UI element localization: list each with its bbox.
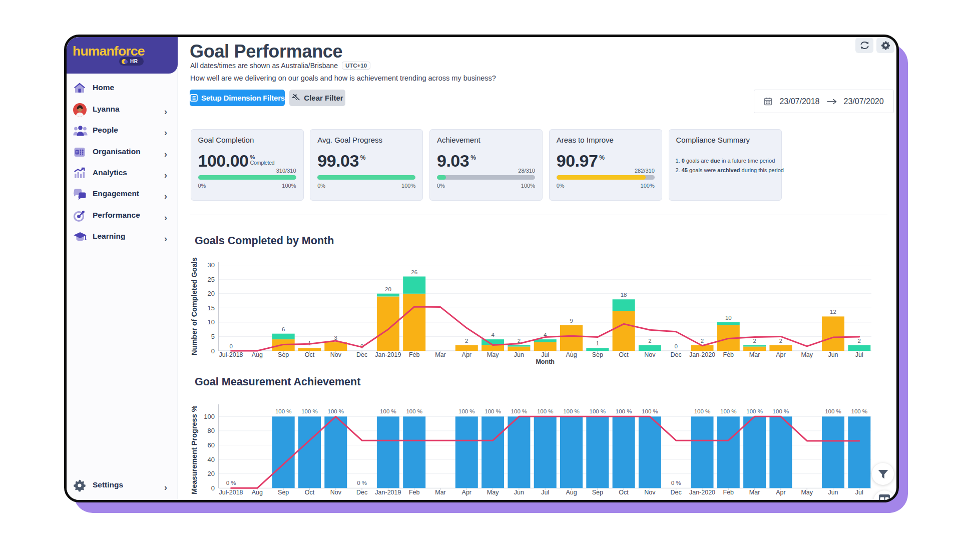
svg-text:100 %: 100 % [458, 408, 475, 414]
svg-text:100 %: 100 % [537, 408, 554, 414]
svg-text:Jun: Jun [828, 351, 838, 358]
svg-text:100 %: 100 % [563, 408, 580, 414]
svg-text:Sep: Sep [592, 489, 603, 496]
svg-text:Dec: Dec [356, 489, 367, 496]
svg-text:25: 25 [208, 276, 215, 283]
svg-text:May: May [801, 489, 813, 496]
svg-text:100 %: 100 % [746, 408, 763, 414]
svg-text:10: 10 [725, 315, 732, 321]
svg-text:Sep: Sep [592, 351, 603, 358]
svg-text:Mar: Mar [749, 489, 760, 496]
svg-text:Apr: Apr [776, 351, 785, 358]
svg-text:2: 2 [465, 338, 468, 344]
svg-text:0: 0 [674, 343, 677, 349]
svg-text:1: 1 [596, 340, 599, 346]
svg-text:Jul: Jul [541, 489, 549, 496]
svg-text:4: 4 [491, 332, 495, 338]
svg-text:100 %: 100 % [851, 408, 867, 414]
svg-text:Oct: Oct [305, 489, 315, 496]
svg-text:Apr: Apr [462, 351, 471, 358]
svg-text:100 %: 100 % [485, 408, 501, 414]
svg-text:2: 2 [701, 338, 704, 344]
svg-text:15: 15 [208, 304, 215, 312]
svg-text:Jul: Jul [541, 351, 549, 358]
svg-text:Jul-2018: Jul-2018 [219, 351, 243, 358]
svg-text:Jan-2019: Jan-2019 [375, 351, 401, 358]
svg-text:0: 0 [211, 347, 215, 355]
svg-text:Nov: Nov [644, 351, 656, 358]
svg-text:0 %: 0 % [357, 480, 367, 486]
svg-text:Mar: Mar [749, 351, 760, 358]
svg-text:20: 20 [385, 286, 391, 292]
svg-text:Apr: Apr [776, 489, 785, 496]
svg-text:0: 0 [211, 484, 215, 492]
svg-text:Jan-2020: Jan-2020 [689, 489, 715, 496]
svg-text:100: 100 [204, 413, 215, 420]
svg-text:Oct: Oct [619, 351, 629, 358]
svg-text:100 %: 100 % [406, 408, 422, 414]
svg-text:Mar: Mar [435, 489, 446, 496]
svg-text:9: 9 [570, 318, 573, 324]
svg-text:Mar: Mar [435, 351, 446, 358]
svg-text:0 %: 0 % [226, 480, 236, 486]
svg-text:Dec: Dec [671, 351, 682, 358]
svg-text:Number of Completed Goals: Number of Completed Goals [190, 257, 198, 355]
svg-text:20: 20 [208, 470, 215, 477]
svg-text:Dec: Dec [671, 489, 682, 496]
svg-text:Jun: Jun [514, 489, 524, 496]
svg-text:2: 2 [858, 338, 861, 344]
svg-text:100 %: 100 % [694, 408, 711, 414]
svg-text:0 %: 0 % [671, 480, 681, 486]
svg-text:Aug: Aug [566, 489, 577, 496]
svg-text:Oct: Oct [619, 489, 629, 496]
svg-text:2: 2 [753, 338, 756, 344]
svg-text:Jan-2020: Jan-2020 [689, 351, 715, 358]
svg-text:5: 5 [211, 333, 215, 340]
svg-text:10: 10 [208, 318, 215, 326]
svg-text:May: May [801, 351, 813, 358]
svg-text:0: 0 [229, 343, 232, 349]
svg-text:Sep: Sep [278, 351, 289, 358]
svg-text:100 %: 100 % [642, 408, 658, 414]
svg-text:100 %: 100 % [616, 408, 632, 414]
svg-text:Jun: Jun [514, 351, 524, 358]
svg-text:Sep: Sep [278, 489, 289, 496]
svg-text:Month: Month [536, 499, 554, 502]
svg-text:May: May [487, 489, 499, 496]
svg-text:Aug: Aug [566, 351, 577, 358]
svg-text:2: 2 [648, 338, 651, 344]
svg-text:Nov: Nov [330, 351, 342, 358]
svg-text:Feb: Feb [723, 489, 734, 496]
svg-text:100 %: 100 % [511, 408, 528, 414]
svg-text:100 %: 100 % [773, 408, 789, 414]
svg-text:60: 60 [208, 441, 215, 449]
svg-text:Dec: Dec [356, 351, 367, 358]
svg-text:100 %: 100 % [380, 408, 396, 414]
svg-text:40: 40 [208, 456, 215, 463]
svg-text:80: 80 [208, 427, 215, 434]
svg-text:Nov: Nov [330, 489, 342, 496]
svg-text:100 %: 100 % [301, 408, 318, 414]
svg-text:Feb: Feb [409, 351, 420, 358]
svg-text:Aug: Aug [252, 489, 263, 496]
svg-text:20: 20 [208, 290, 215, 297]
svg-text:3: 3 [334, 335, 337, 341]
svg-text:100 %: 100 % [720, 408, 737, 414]
svg-text:Apr: Apr [462, 489, 471, 496]
svg-text:100 %: 100 % [275, 408, 292, 414]
svg-text:Nov: Nov [644, 489, 656, 496]
svg-text:Jul: Jul [855, 351, 863, 358]
svg-text:12: 12 [830, 309, 836, 315]
svg-text:Month: Month [536, 358, 554, 365]
svg-text:100 %: 100 % [589, 408, 606, 414]
svg-text:Jun: Jun [828, 489, 838, 496]
svg-text:30: 30 [208, 261, 215, 269]
svg-text:Aug: Aug [252, 351, 263, 358]
svg-text:26: 26 [411, 269, 417, 275]
svg-text:May: May [487, 351, 499, 358]
svg-text:2: 2 [779, 338, 782, 344]
svg-text:Jul: Jul [855, 489, 863, 496]
svg-text:6: 6 [282, 326, 285, 332]
svg-text:Feb: Feb [723, 351, 734, 358]
svg-text:100 %: 100 % [825, 408, 841, 414]
